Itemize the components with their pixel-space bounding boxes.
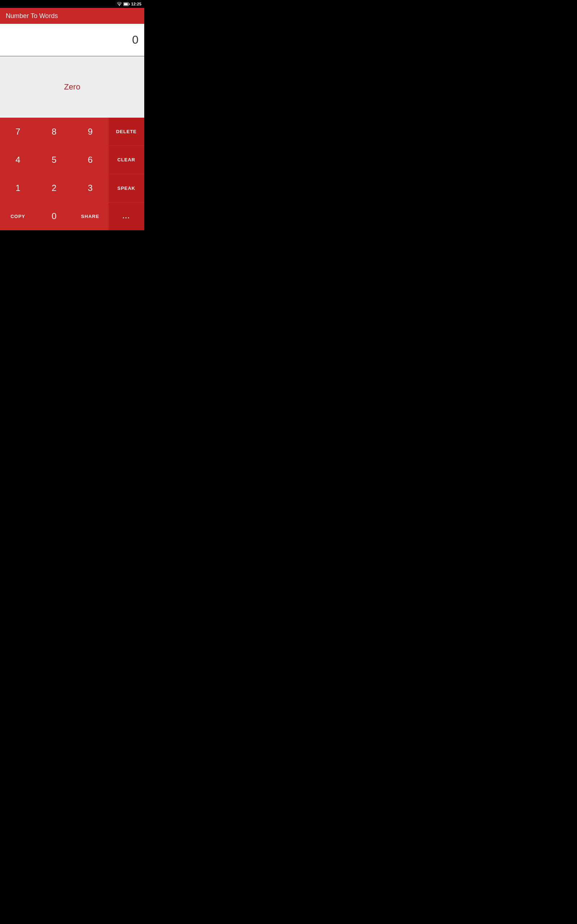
- key-share[interactable]: SHARE: [73, 202, 108, 230]
- key-4-label: 4: [16, 155, 20, 165]
- key-share-label: SHARE: [81, 214, 100, 219]
- key-7-label: 7: [16, 127, 20, 137]
- key-speak-label: SPEAK: [117, 186, 135, 191]
- words-display: Zero: [0, 56, 144, 118]
- key-5-label: 5: [52, 155, 56, 165]
- key-4[interactable]: 4: [0, 146, 36, 174]
- key-delete[interactable]: DELETE: [108, 118, 144, 145]
- app-bar: Number To Words: [0, 8, 144, 24]
- key-copy[interactable]: COPY: [0, 202, 36, 230]
- key-more-label: ...: [122, 213, 130, 220]
- key-copy-label: COPY: [10, 214, 25, 219]
- key-1[interactable]: 1: [0, 174, 36, 202]
- svg-point-0: [119, 5, 120, 6]
- key-2-label: 2: [52, 183, 56, 193]
- key-delete-label: DELETE: [116, 129, 137, 134]
- key-speak[interactable]: SPEAK: [108, 174, 144, 202]
- key-1-label: 1: [16, 183, 20, 193]
- key-6-label: 6: [88, 155, 92, 165]
- number-display: 0: [0, 24, 144, 56]
- status-bar-right: 12:25: [117, 2, 141, 6]
- key-3-label: 3: [88, 183, 92, 193]
- key-2[interactable]: 2: [36, 174, 72, 202]
- key-7[interactable]: 7: [0, 118, 36, 145]
- key-6[interactable]: 6: [73, 146, 108, 174]
- key-clear[interactable]: CLEAR: [108, 146, 144, 174]
- key-8[interactable]: 8: [36, 118, 72, 145]
- battery-icon: [123, 2, 130, 6]
- status-bar: 12:25: [0, 0, 144, 8]
- key-clear-label: CLEAR: [117, 157, 135, 162]
- app-title: Number To Words: [6, 12, 58, 20]
- number-value: 0: [132, 33, 139, 47]
- key-9[interactable]: 9: [73, 118, 108, 145]
- svg-rect-3: [124, 3, 128, 5]
- svg-rect-2: [129, 3, 129, 5]
- nav-bar: [0, 230, 144, 231]
- key-9-label: 9: [88, 127, 92, 137]
- words-value: Zero: [64, 82, 80, 92]
- key-0[interactable]: 0: [36, 202, 72, 230]
- key-3[interactable]: 3: [73, 174, 108, 202]
- key-8-label: 8: [52, 127, 56, 137]
- key-5[interactable]: 5: [36, 146, 72, 174]
- wifi-icon: [117, 2, 122, 6]
- key-0-label: 0: [52, 211, 56, 221]
- keypad: 789DELETE456CLEAR123SPEAKCOPY0SHARE...: [0, 118, 144, 230]
- status-time: 12:25: [131, 2, 141, 6]
- key-more[interactable]: ...: [108, 202, 144, 230]
